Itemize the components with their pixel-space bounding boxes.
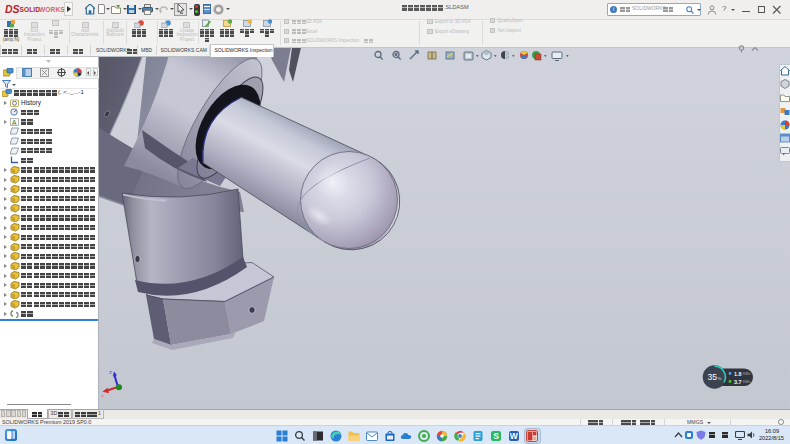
svg-text:W: W <box>510 431 519 441</box>
svg-text:3.7: 3.7 <box>734 379 742 385</box>
svg-text:z: z <box>109 369 112 375</box>
svg-text:x: x <box>101 393 104 397</box>
svg-text:A: A <box>12 118 17 125</box>
svg-text:%: % <box>718 376 722 381</box>
svg-text:KB/s: KB/s <box>743 380 751 384</box>
svg-text:35: 35 <box>708 372 718 382</box>
svg-text:S: S <box>493 431 499 441</box>
svg-text:KB/s: KB/s <box>743 372 751 376</box>
svg-text:1.8: 1.8 <box>734 371 742 377</box>
